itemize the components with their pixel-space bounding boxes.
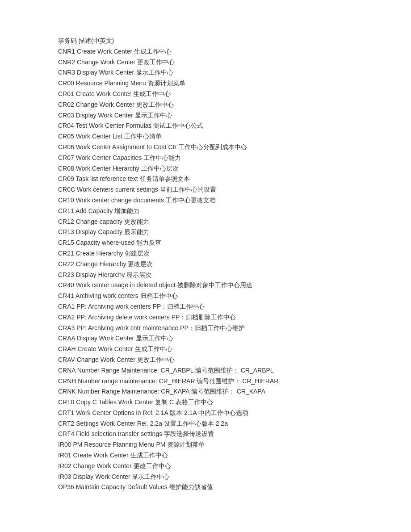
list-item: IR01 Create Work Center 生成工作中心 [58, 450, 353, 461]
list-item: CRT0 Copy C Tables Work Center 复制 C 表格工作… [58, 397, 353, 408]
list-item: CR08 Work Center Hierarchy 工作中心层次 [58, 163, 353, 174]
list-item: CR00 Resource Planning Menu 资源计划菜单 [58, 78, 353, 89]
list-item: CR21 Create Hierarchy 创建层次 [58, 248, 353, 259]
list-item: CR41 Archiving work centers 归档工作中心 [58, 291, 353, 302]
list-item: CR0C Work centers current settings 当前工作中… [58, 184, 353, 195]
list-item: CR23 Display Hierarchy 显示层次 [58, 270, 353, 281]
list-item: OP36 Maintain Capacity Default Values 维护… [58, 482, 353, 493]
list-item: IR02 Change Work Center 更改工作中心 [58, 461, 353, 472]
list-item: 事务码 描述(中英文) [58, 36, 353, 46]
list-item: CR07 Work Center Capacities 工作中心能力 [58, 153, 353, 163]
list-item: CR01 Create Work Center 生成工作中心 [58, 89, 353, 100]
list-item: CR09 Task list reference text 任务清单参照文本 [58, 174, 353, 184]
list-item: CR12 Change capacity 更改能力 [58, 217, 353, 227]
list-item: IR00 PM Resource Planning Menu PM 资源计划菜单 [58, 440, 353, 450]
list-item: CRAA Display Work Center 显示工作中心 [58, 333, 353, 344]
list-item: CRAV Change Work Center 更改工作中心 [58, 355, 353, 365]
list-item: CNR3 Display Work Center 显示工作中心 [58, 67, 353, 78]
list-item: CR02 Change Work Center 更改工作中心 [58, 100, 353, 110]
list-item: CR05 Work Center List 工作中心清单 [58, 131, 353, 142]
list-item: CRNH Number range maintenance: CR_HIERAR… [58, 376, 353, 387]
list-item: CNR2 Change Work Center 更改工作中心 [58, 57, 353, 68]
list-item: CR11 Add Capacity 增加能力 [58, 206, 353, 217]
list-item: CRAH Create Work Center 生成工作中心 [58, 344, 353, 355]
list-item: CR04 Test Work Center Formulas 测试工作中心公式 [58, 121, 353, 131]
list-item: CRA1 PP: Archiving work centers PP：归档工作中… [58, 302, 353, 312]
list-item: CR03 Display Work Center 显示工作中心 [58, 110, 353, 121]
list-item: CR40 Work center usage in deleted object… [58, 280, 353, 291]
list-item: CRNK Number Range Maintenance: CR_KAPA 编… [58, 386, 353, 397]
list-item: CRA2 PP: Archiving delete work centers P… [58, 312, 353, 323]
list-item: IR03 Display Work Center 显示工作中心 [58, 472, 353, 482]
list-item: CRA3 PP: Archiving work cntr maintenance… [58, 323, 353, 334]
list-item: CRT2 Settings Work Center Rel. 2.2a 设置工作… [58, 419, 353, 429]
list-item: CR06 Work Center Assignment to Cost Ctr … [58, 142, 353, 153]
list-item: CRT4 Field selection transfer settings 字… [58, 429, 353, 440]
list-item: CRNA Number Range Maintenance: CR_ARBPL … [58, 365, 353, 376]
list-item: CR22 Change Hierarchy 更改层次 [58, 259, 353, 270]
list-item: CNR1 Create Work Center 生成工作中心 [58, 46, 353, 57]
transaction-list: 事务码 描述(中英文)CNR1 Create Work Center 生成工作中… [58, 36, 353, 493]
list-item: CR10 Work center change documents 工作中心更改… [58, 195, 353, 206]
list-item: CR13 Display Capacity 显示能力 [58, 227, 353, 238]
list-item: CR15 Capacity where-used 能力反查 [58, 238, 353, 248]
list-item: CRT1 Work Center Options in Rel. 2.1A 版本… [58, 408, 353, 419]
